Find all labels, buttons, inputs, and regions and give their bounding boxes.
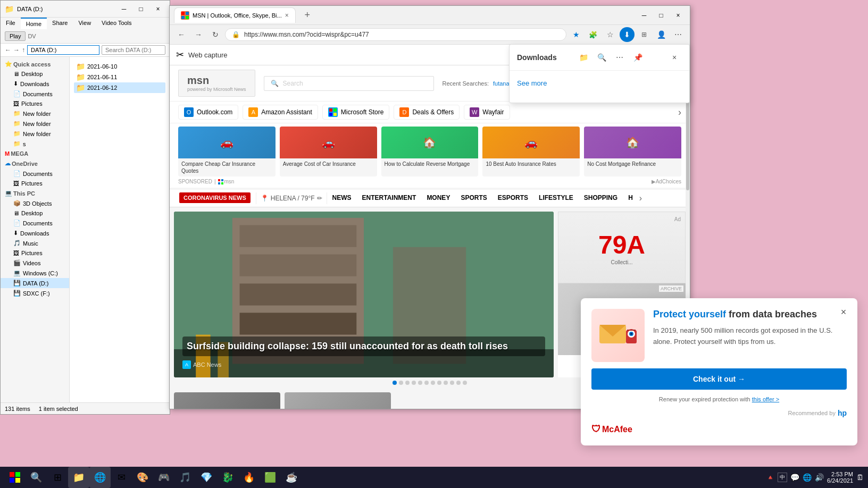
dot-10[interactable] xyxy=(450,381,454,385)
nav-location[interactable]: 📍 HELENA / 79°F ✏ xyxy=(256,192,327,204)
fe-tab-view[interactable]: View xyxy=(73,18,96,29)
dot-11[interactable] xyxy=(456,381,461,385)
fe-sidebar-3dobjects[interactable]: 📦3D Objects xyxy=(1,198,69,208)
taskbar-nvidia[interactable]: 🟩 xyxy=(260,467,281,488)
download-icon[interactable]: ⬇ xyxy=(620,27,635,42)
extension-icon[interactable]: 🧩 xyxy=(586,27,600,42)
fe-sidebar-pc-documents[interactable]: 📄Documents xyxy=(1,218,69,228)
taskbar-volume[interactable]: 🔊 xyxy=(815,473,824,482)
nav-news[interactable]: NEWS xyxy=(327,190,357,207)
popup-cta-button[interactable]: Check it out → xyxy=(591,368,847,390)
address-input[interactable] xyxy=(244,31,560,38)
fe-sidebar-documents[interactable]: 📄Documents xyxy=(1,89,69,99)
taskbar-dragon[interactable]: 🐉 xyxy=(217,467,238,488)
taskbar-notification[interactable]: 💬 xyxy=(790,473,799,482)
downloads-close-btn[interactable]: × xyxy=(667,50,682,65)
fe-sidebar-s[interactable]: 📁s xyxy=(1,139,69,149)
dot-7[interactable] xyxy=(431,381,435,385)
new-tab-button[interactable]: + xyxy=(300,8,315,23)
fe-sidebar-pictures[interactable]: 🖼Pictures xyxy=(1,99,69,108)
collections-icon[interactable]: ⊞ xyxy=(637,27,652,42)
quick-link-msstore[interactable]: Microsoft Store xyxy=(322,105,390,120)
sponsored-item-2[interactable]: 🚗 Average Cost of Car Insurance xyxy=(280,127,377,176)
sidebar-ad[interactable]: 79A Collecti... Ad xyxy=(558,212,686,283)
taskbar-java[interactable]: ☕ xyxy=(281,467,302,488)
news-thumb-1[interactable]: Undercover GOP operatives xyxy=(174,392,280,409)
fe-sidebar-pc-pictures[interactable]: 🖼Pictures xyxy=(1,248,69,258)
fe-sidebar-pc-desktop[interactable]: 🖥Desktop xyxy=(1,208,69,218)
downloads-see-more[interactable]: See more xyxy=(517,79,547,87)
fe-close[interactable]: × xyxy=(151,4,165,14)
fe-tab-videotools[interactable]: Video Tools xyxy=(96,18,137,29)
dot-5[interactable] xyxy=(418,381,422,385)
nav-sports[interactable]: SPORTS xyxy=(455,190,492,207)
fe-sidebar-pc-downloads[interactable]: ⬇Downloads xyxy=(1,228,69,238)
sponsored-item-3[interactable]: 🏠 How to Calculate Reverse Mortgage xyxy=(381,127,479,176)
sponsored-item-5[interactable]: 🏠 No Cost Mortgage Refinance xyxy=(584,127,681,176)
refresh-button[interactable]: ↻ xyxy=(208,27,223,42)
tab-close-icon[interactable]: × xyxy=(285,12,289,19)
fe-maximize[interactable]: □ xyxy=(133,4,148,14)
browser-tab[interactable]: MSN | Outlook, Office, Skype, Bi... × xyxy=(174,7,296,23)
fe-sidebar-music[interactable]: 🎵Music xyxy=(1,238,69,248)
browser-close[interactable]: × xyxy=(671,10,686,21)
fe-sidebar-videos[interactable]: 🎬Videos xyxy=(1,258,69,268)
fe-search-input[interactable] xyxy=(102,45,165,55)
dot-2[interactable] xyxy=(399,381,403,385)
fe-sidebar-newfolder2[interactable]: 📁New folder xyxy=(1,119,69,129)
nav-shopping[interactable]: SHOPPING xyxy=(579,190,623,207)
fe-tab-file[interactable]: File xyxy=(1,18,21,29)
taskbar-paint[interactable]: 🎨 xyxy=(132,467,153,488)
dot-4[interactable] xyxy=(412,381,416,385)
downloads-folder-btn[interactable]: 📁 xyxy=(576,50,591,65)
profile-icon[interactable]: 👤 xyxy=(654,27,669,42)
nav-esports[interactable]: ESPORTS xyxy=(493,190,533,207)
fe-sidebar-od-documents[interactable]: 📄Documents xyxy=(1,169,69,179)
taskbar-gem[interactable]: 💎 xyxy=(196,467,217,488)
fe-sidebar-desktop[interactable]: 🖥Desktop xyxy=(1,69,69,79)
forward-button[interactable]: → xyxy=(191,27,206,42)
quick-link-deals[interactable]: D Deals & Offers xyxy=(394,105,460,120)
fe-sidebar-downloads[interactable]: ⬇Downloads xyxy=(1,79,69,89)
fe-sidebar-newfolder3[interactable]: 📁New folder xyxy=(1,129,69,139)
news-thumb-2[interactable]: Heat wave forecast... xyxy=(285,392,391,409)
nav-lifestyle[interactable]: LIFESTYLE xyxy=(533,190,579,207)
start-button[interactable] xyxy=(4,467,26,488)
footer-link[interactable]: this offer > xyxy=(752,396,779,402)
favorites-icon[interactable]: ☆ xyxy=(603,27,617,42)
dot-9[interactable] xyxy=(444,381,448,385)
nav-entertainment[interactable]: ENTERTAINMENT xyxy=(357,190,422,207)
nav-more[interactable]: H xyxy=(623,190,638,207)
fe-tab-share[interactable]: Share xyxy=(47,18,73,29)
fe-sidebar-od-pictures[interactable]: 🖼Pictures xyxy=(1,179,69,188)
adchoices-link[interactable]: ▶AdChoices xyxy=(652,179,681,184)
downloads-more-btn[interactable]: ⋯ xyxy=(612,50,627,65)
dot-3[interactable] xyxy=(405,381,410,385)
taskbar-fileexplorer[interactable]: 📁 xyxy=(68,467,89,488)
popup-close-button[interactable]: × xyxy=(836,305,851,319)
star-icon[interactable]: ★ xyxy=(569,27,583,42)
dot-1[interactable] xyxy=(393,381,397,385)
fe-forward-btn[interactable]: → xyxy=(13,46,20,54)
quick-link-outlook[interactable]: O Outlook.com xyxy=(178,105,238,120)
dot-6[interactable] xyxy=(424,381,429,385)
fe-play-btn[interactable]: Play xyxy=(5,31,26,41)
nav-money[interactable]: MONEY xyxy=(421,190,455,207)
list-item[interactable]: 📁 2021-06-10 xyxy=(74,61,165,72)
nav-expand-btn[interactable]: › xyxy=(639,193,642,203)
search-box[interactable]: 🔍 Search xyxy=(264,76,434,91)
dot-12[interactable] xyxy=(463,381,467,385)
taskbar-edge[interactable]: 🌐 xyxy=(89,467,111,488)
settings-icon[interactable]: ⋯ xyxy=(671,27,686,42)
fe-sidebar-newfolder1[interactable]: 📁New folder xyxy=(1,108,69,119)
downloads-pin-btn[interactable]: 📌 xyxy=(630,50,645,65)
taskbar-search[interactable]: 🔍 xyxy=(26,467,47,488)
browser-minimize[interactable]: ─ xyxy=(637,10,652,21)
list-item[interactable]: 📁 2021-06-11 xyxy=(74,72,165,82)
fe-sidebar-data-d[interactable]: 💾DATA (D:) xyxy=(1,278,69,288)
edit-icon[interactable]: ✏ xyxy=(317,195,322,202)
quick-link-wayfair[interactable]: W Wayfair xyxy=(464,105,510,120)
taskbar-network[interactable]: 🌐 xyxy=(803,473,812,482)
address-bar[interactable]: 🔒 xyxy=(225,28,566,41)
list-item[interactable]: 📁 2021-06-12 xyxy=(74,82,165,93)
